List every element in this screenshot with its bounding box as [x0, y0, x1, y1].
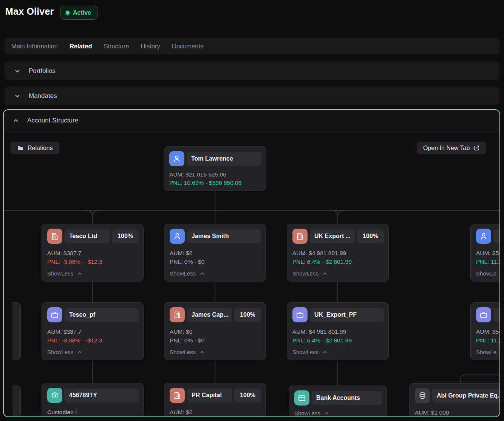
node-pnl: PNL: -3.08% · -$12.3 — [47, 337, 138, 344]
node-percent-badge: 100% — [357, 229, 384, 243]
tree-node-clipped-right-2[interactable]: AUM: $5 PNL: 11.2 ShowLe — [470, 302, 499, 360]
coins-icon — [415, 388, 430, 403]
show-less-toggle[interactable]: ShowLess — [294, 410, 381, 416]
person-icon — [476, 229, 491, 244]
tab-history[interactable]: History — [141, 43, 160, 50]
node-aum: AUM: $387.7 — [47, 250, 138, 257]
show-less-label: ShowLess — [47, 270, 73, 277]
tree-node-uk-export-pf[interactable]: UK_Export_PF AUM: $4 981 801.99 PNL: 6.4… — [287, 302, 389, 360]
show-less-label: ShowLess — [170, 270, 196, 277]
node-aum: AUM: $0 — [170, 250, 260, 257]
node-pnl: PNL: 0% · $0 — [170, 337, 260, 344]
briefcase-icon — [476, 307, 491, 322]
status-dot-icon — [66, 11, 70, 15]
node-pnl: PNL: 6.4% · $2 801.99 — [292, 258, 383, 265]
chevron-down-icon — [14, 93, 20, 99]
company-icon — [47, 229, 62, 244]
tree-node-456789ty[interactable]: 456789TY Custodian I — [42, 383, 144, 416]
chevron-up-icon — [324, 411, 329, 416]
node-name: Tom Lawrence — [187, 152, 261, 166]
show-less-label: ShowLe — [476, 270, 496, 277]
person-icon — [169, 151, 184, 166]
node-aum: AUM: $0 — [170, 328, 260, 335]
tab-bar: Main Information Related Structure Histo… — [5, 38, 499, 54]
account-structure-panel: Account Structure — [3, 109, 500, 417]
section-account-structure-label: Account Structure — [27, 117, 78, 124]
tree-node-james-smith[interactable]: James Smith AUM: $0 PNL: 0% · $0 ShowLes… — [164, 224, 266, 282]
show-less-label: ShowLess — [292, 270, 318, 277]
bank-icon — [47, 388, 62, 403]
tree-node-james-capital[interactable]: James Cap... 100% AUM: $0 PNL: 0% · $0 S… — [164, 302, 266, 360]
tree-node-clipped-right-1[interactable]: AUM: $5 PNL: 11.2 ShowLe — [470, 224, 499, 282]
tree-node-bank-accounts[interactable]: Bank Accounts ShowLess — [289, 385, 387, 416]
show-less-label: ShowLess — [294, 410, 320, 416]
chevron-up-icon — [322, 350, 328, 355]
section-account-structure[interactable]: Account Structure — [4, 110, 499, 132]
briefcase-icon — [292, 307, 308, 322]
chevron-up-icon — [199, 271, 205, 276]
person-icon — [170, 229, 185, 244]
section-mandates[interactable]: Mandates — [5, 87, 499, 105]
clipped-node-left-row2[interactable] — [12, 302, 21, 360]
node-name: James Cap... — [187, 308, 232, 322]
status-label: Active — [73, 9, 91, 16]
tab-main-information[interactable]: Main Information — [11, 43, 58, 50]
tab-related[interactable]: Related — [70, 43, 92, 50]
card-icon — [294, 390, 309, 406]
node-percent-badge: 100% — [234, 308, 261, 322]
folder-icon — [17, 145, 24, 152]
node-name — [493, 308, 499, 322]
chevron-up-icon — [77, 271, 82, 276]
chevron-up-icon — [13, 118, 19, 124]
node-pnl: PNL: -3.08% · -$12.3 — [47, 258, 138, 265]
node-pnl: PNL: 0% · $0 — [170, 258, 260, 265]
show-less-toggle[interactable]: ShowLe — [476, 349, 499, 355]
node-pnl: PNL: 11.2 — [476, 337, 499, 344]
show-less-label: ShowLess — [47, 349, 73, 355]
node-name: Abi Group Private Eq.. — [432, 389, 499, 403]
chevron-down-icon — [14, 68, 20, 74]
show-less-label: ShowLe — [476, 349, 496, 355]
node-aum: AUM: $4 981 801.99 — [292, 250, 383, 257]
node-name: PR Capital — [187, 388, 232, 402]
relations-button[interactable]: Relations — [11, 142, 59, 154]
node-aum: AUM: $4 981 801.99 — [292, 328, 383, 335]
node-pnl: PNL: 10.69% · $596 850.06 — [169, 180, 261, 186]
show-less-toggle[interactable]: ShowLess — [170, 349, 260, 355]
tab-documents[interactable]: Documents — [172, 43, 203, 50]
section-portfolios-label: Portfolios — [29, 67, 56, 75]
tree-node-tesco-pf[interactable]: Tesco_pf AUM: $387.7 PNL: -3.08% · -$12.… — [42, 302, 144, 360]
node-name: UK Export ... — [310, 229, 355, 243]
node-aum: AUM: $0 — [170, 409, 260, 416]
node-pnl: PNL: 6.4% · $2 801.99 — [292, 337, 383, 344]
external-link-icon — [473, 145, 480, 151]
show-less-toggle[interactable]: ShowLess — [292, 349, 383, 355]
node-percent-badge: 100% — [234, 388, 261, 402]
tree-node-pr-capital[interactable]: PR Capital 100% AUM: $0 — [164, 383, 266, 416]
node-name: Bank Accounts — [312, 391, 382, 405]
tree-node-abi-group[interactable]: Abi Group Private Eq.. AUM: $1 000 — [409, 383, 499, 416]
open-in-new-tab-button[interactable]: Open In New Tab — [417, 142, 486, 154]
node-aum: AUM: $1 000 — [415, 409, 499, 416]
briefcase-icon — [47, 307, 62, 322]
show-less-toggle[interactable]: ShowLess — [292, 270, 383, 277]
section-portfolios[interactable]: Portfolios — [5, 62, 499, 80]
tab-structure[interactable]: Structure — [104, 43, 129, 50]
tree-node-uk-export[interactable]: UK Export ... 100% AUM: $4 981 801.99 PN… — [287, 224, 389, 282]
show-less-toggle[interactable]: ShowLess — [47, 349, 138, 355]
show-less-toggle[interactable]: ShowLe — [476, 270, 499, 277]
show-less-label: ShowLess — [292, 349, 318, 355]
node-percent-badge: 100% — [112, 229, 139, 243]
show-less-toggle[interactable]: ShowLess — [47, 270, 138, 277]
tree-node-tesco-ltd[interactable]: Tesco Ltd 100% AUM: $387.7 PNL: -3.08% ·… — [42, 224, 144, 282]
node-name: James Smith — [187, 229, 261, 243]
tree-node-tom-lawrence[interactable]: Tom Lawrence AUM: $21 016 525.06 PNL: 10… — [164, 146, 266, 191]
chevron-up-icon — [77, 350, 82, 355]
chevron-up-icon — [322, 271, 328, 276]
show-less-toggle[interactable]: ShowLess — [170, 270, 260, 277]
clipped-node-left-row3[interactable] — [12, 385, 21, 416]
node-aum: AUM: $5 — [476, 250, 499, 257]
company-icon — [292, 229, 308, 244]
node-aum: AUM: $5 — [476, 328, 499, 335]
node-name: UK_Export_PF — [310, 308, 384, 322]
